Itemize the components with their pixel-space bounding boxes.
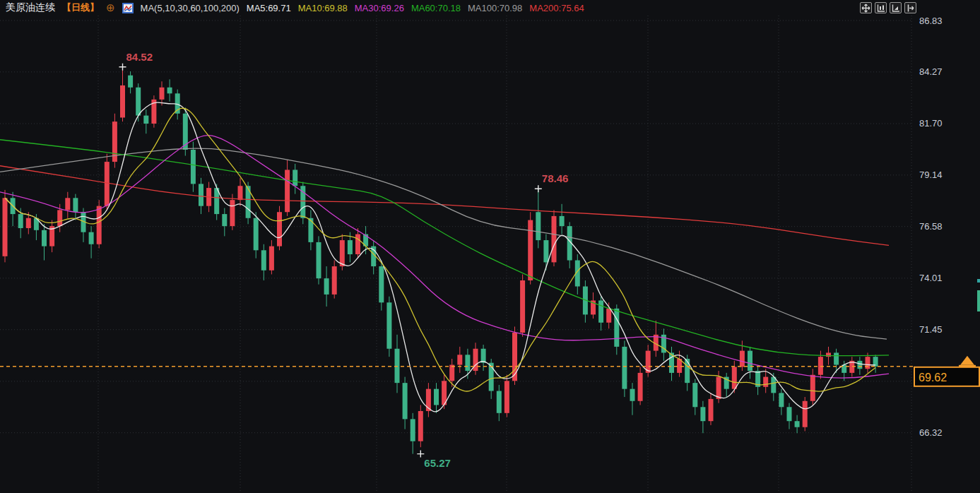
candle-body: [803, 401, 808, 427]
compare-add-icon[interactable]: ⊕: [106, 3, 115, 13]
candle-body: [105, 162, 110, 206]
ma60-value: MA60:70.18: [411, 3, 461, 13]
candle-body: [348, 240, 353, 254]
candle-body: [449, 365, 454, 381]
candle-body: [261, 250, 266, 270]
candle-body: [191, 150, 196, 184]
axis-tick-label: 79.14: [919, 170, 943, 180]
candle-body: [269, 246, 274, 271]
chart-toolbar: [860, 2, 916, 13]
ma-params-label[interactable]: MA(5,10,30,60,100,200): [141, 3, 240, 13]
candle-body: [598, 300, 603, 322]
price-up-arrow-icon: [960, 356, 974, 365]
extreme-value-label: 65.27: [424, 457, 451, 469]
extreme-cross-marker: [535, 185, 542, 192]
candle-body: [638, 373, 643, 401]
candle-body: [136, 88, 141, 116]
candle-body: [543, 240, 548, 262]
candle-body: [732, 367, 737, 388]
candle-body: [748, 351, 752, 371]
candle-body: [763, 377, 768, 387]
candle-body: [473, 349, 478, 371]
candle-body: [716, 377, 721, 399]
ma30-value: MA30:69.26: [355, 3, 404, 13]
edge-mark: [977, 290, 980, 311]
candle-body: [818, 357, 823, 375]
axis-tick-label: 71.45: [919, 324, 943, 335]
chart-style-icon[interactable]: [122, 3, 134, 13]
ma5-value: MA5:69.71: [247, 3, 291, 13]
candle-body: [465, 355, 470, 371]
candle-body: [97, 206, 102, 244]
ma100-value: MA100:70.98: [468, 3, 522, 13]
extreme-cross-marker: [119, 64, 126, 71]
axis-tick-label: 76.58: [919, 221, 943, 232]
left-axis-pane-icon[interactable]: [875, 2, 887, 13]
candle-body: [254, 218, 259, 251]
candle-body: [57, 210, 62, 226]
candle-body: [120, 85, 125, 118]
candle-body: [18, 214, 23, 228]
candle-body: [810, 375, 815, 401]
ma-line-ma5: [5, 102, 875, 412]
extreme-value-label: 78.46: [542, 172, 569, 184]
candle-body: [324, 278, 329, 295]
candle-body: [692, 383, 697, 407]
candle-body: [317, 242, 321, 278]
candle-body: [3, 198, 8, 256]
candle-body: [340, 240, 345, 266]
candle-body: [685, 359, 690, 383]
candle-body: [497, 391, 502, 413]
candle-body: [771, 377, 776, 393]
candle-body: [857, 361, 862, 369]
candle-body: [834, 352, 839, 364]
candle-body: [528, 220, 533, 280]
chart-header: 美原油连续 【日线】 ⊕ MA(5,10,30,60,100,200) MA5:…: [0, 0, 584, 16]
candle-body: [89, 232, 94, 244]
period-label[interactable]: 【日线】: [62, 1, 99, 14]
candle-body: [560, 216, 565, 226]
candle-body: [614, 309, 619, 347]
candle-body: [395, 349, 400, 383]
candle-body: [230, 200, 235, 226]
candle-body: [167, 88, 172, 94]
candle-body: [606, 309, 611, 323]
extreme-cross-marker: [417, 451, 424, 458]
pan-tool-icon[interactable]: [860, 2, 872, 13]
candle-body: [199, 184, 203, 206]
candle-body: [143, 116, 148, 124]
candle-body: [536, 212, 541, 240]
axis-tick-label: 84.27: [919, 66, 943, 77]
candle-body: [779, 393, 784, 407]
candle-body: [411, 419, 415, 441]
candle-body: [222, 214, 227, 226]
axis-tick-label: 66.32: [919, 427, 943, 438]
candlestick-chart[interactable]: 86.8384.2781.7079.1476.5874.0171.4568.88…: [0, 0, 980, 493]
symbol-title: 美原油连续: [6, 1, 55, 14]
candle-body: [403, 383, 408, 419]
candle-body: [277, 212, 282, 246]
candle-body: [26, 218, 31, 228]
candle-body: [285, 170, 290, 212]
axis-tick-label: 86.83: [919, 16, 943, 26]
extreme-value-label: 84.52: [126, 51, 153, 63]
candle-body: [700, 407, 705, 421]
edge-mark: [977, 279, 980, 283]
candle-body: [622, 347, 627, 389]
candle-body: [418, 411, 423, 441]
candle-body: [160, 88, 165, 100]
candle-body: [293, 170, 297, 186]
candle-body: [866, 357, 870, 369]
trading-chart-window: { "window": {"width": 1387, "height": 69…: [0, 0, 980, 493]
ma200-value: MA200:75.64: [529, 3, 584, 13]
collapse-panel-icon[interactable]: [904, 2, 916, 13]
candle-body: [504, 381, 509, 413]
sub-pane-icon[interactable]: [890, 2, 902, 13]
candle-body: [512, 333, 517, 381]
candle-body: [386, 302, 391, 348]
ma-line-ma10: [5, 108, 875, 391]
ma-line-ma100: [0, 148, 887, 339]
candle-body: [520, 280, 525, 333]
candle-body: [65, 198, 70, 210]
candle-body: [355, 234, 360, 254]
